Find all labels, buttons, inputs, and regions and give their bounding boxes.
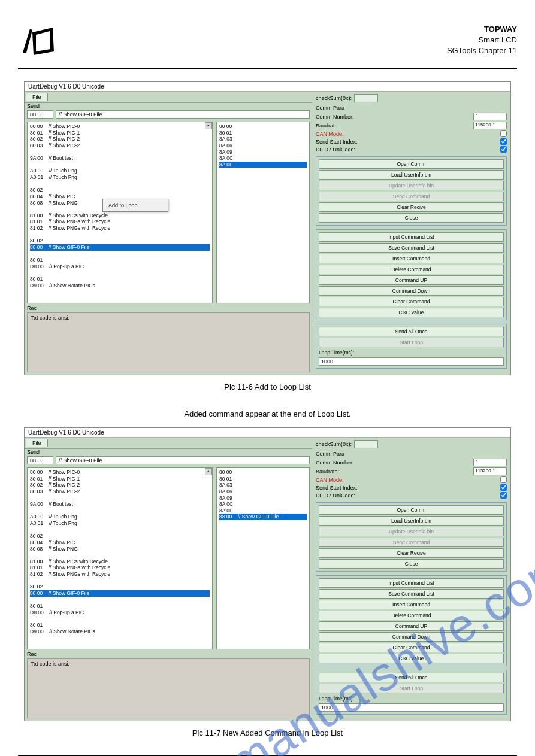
- action-button[interactable]: CRC Value: [319, 654, 504, 663]
- param-checkbox[interactable]: [500, 476, 507, 483]
- list-item[interactable]: 80 00 // Show PIC-0: [30, 123, 210, 130]
- list-item[interactable]: 80 01: [30, 603, 210, 609]
- checksum-input[interactable]: [354, 440, 378, 448]
- list-item[interactable]: [30, 269, 210, 276]
- list-item[interactable]: 80 04 // Show PIC: [30, 539, 210, 546]
- list-item[interactable]: [30, 162, 210, 168]
- action-button[interactable]: Close: [319, 559, 504, 569]
- param-checkbox[interactable]: [500, 146, 507, 153]
- send-all-button[interactable]: Send All Once: [319, 673, 504, 682]
- action-button[interactable]: Insert Command: [319, 254, 504, 263]
- action-button[interactable]: Load UserInfo.bin: [319, 170, 504, 180]
- list-item[interactable]: 9A 00 // Boot test: [30, 155, 210, 162]
- list-item[interactable]: 8A 0C: [219, 501, 307, 508]
- action-button[interactable]: Clear Recive: [319, 548, 504, 558]
- list-item[interactable]: 80 01: [30, 276, 210, 283]
- loop-time-input[interactable]: [319, 703, 504, 712]
- list-item[interactable]: 80 00: [219, 123, 307, 130]
- scroll-up-icon[interactable]: ▴: [205, 122, 212, 129]
- list-item[interactable]: [30, 232, 210, 238]
- action-button[interactable]: Open Comm: [319, 505, 504, 515]
- action-button[interactable]: Save Command List: [319, 243, 504, 253]
- list-item[interactable]: 80 01: [219, 476, 307, 482]
- list-item[interactable]: 80 03 // Show PIC-2: [30, 142, 210, 149]
- list-item[interactable]: 88 00 // Show GIF-0 File: [30, 244, 210, 251]
- list-item[interactable]: 8A 09: [219, 495, 307, 502]
- list-item[interactable]: 80 00 // Show PIC-0: [30, 469, 210, 476]
- list-item[interactable]: D9 00 // Show Rotate PICs: [30, 283, 210, 289]
- list-item[interactable]: 8A 0F: [219, 508, 307, 514]
- list-item[interactable]: 80 01: [30, 622, 210, 629]
- param-select[interactable]: ˅: [473, 113, 507, 120]
- list-item[interactable]: 88 00 // Show GIF-0 File: [219, 514, 307, 520]
- param-checkbox[interactable]: [500, 130, 507, 137]
- list-item[interactable]: 80 02: [30, 238, 210, 244]
- checksum-input[interactable]: [354, 94, 378, 102]
- action-button[interactable]: Clear Recive: [319, 202, 504, 212]
- list-item[interactable]: 81 02 // Show PNGs with Recycle: [30, 225, 210, 232]
- list-item[interactable]: 8A 06: [219, 488, 307, 495]
- param-checkbox[interactable]: [500, 138, 507, 145]
- list-item[interactable]: A0 00 // Touch Png: [30, 168, 210, 174]
- list-item[interactable]: D9 00 // Show Rotate PICs: [30, 629, 210, 635]
- list-item[interactable]: 80 02: [30, 187, 210, 193]
- list-item[interactable]: 80 01 // Show PIC-1: [30, 130, 210, 136]
- file-menu[interactable]: File: [26, 93, 48, 101]
- command-list[interactable]: ▴ 80 00 // Show PIC-080 01 // Show PIC-1…: [27, 467, 213, 649]
- list-item[interactable]: 8A 06: [219, 142, 307, 149]
- action-button[interactable]: Command Down: [319, 632, 504, 642]
- list-item[interactable]: 80 02: [30, 584, 210, 590]
- list-item[interactable]: 8A 03: [219, 482, 307, 488]
- action-button[interactable]: Close: [319, 213, 504, 223]
- list-item[interactable]: 81 01 // Show PNGs with Recycle: [30, 564, 210, 571]
- list-item[interactable]: 80 02: [30, 533, 210, 539]
- action-button[interactable]: Command UP: [319, 621, 504, 631]
- list-item[interactable]: A0 00 // Touch Png: [30, 514, 210, 520]
- list-item[interactable]: 81 01 // Show PNGs with Recycle: [30, 218, 210, 225]
- list-item[interactable]: 80 02 // Show PIC-2: [30, 136, 210, 142]
- list-item[interactable]: D8 00 // Pop-up a PIC: [30, 609, 210, 616]
- action-button[interactable]: Open Comm: [319, 159, 504, 169]
- list-item[interactable]: 81 00 // Show PICs with Recycle: [30, 212, 210, 219]
- send-code-input[interactable]: 88 00: [27, 110, 53, 119]
- list-item[interactable]: [30, 597, 210, 603]
- action-button[interactable]: Command Down: [319, 286, 504, 296]
- list-item[interactable]: [30, 578, 210, 584]
- param-select[interactable]: ˅: [473, 459, 507, 466]
- param-checkbox[interactable]: [500, 484, 507, 491]
- list-item[interactable]: D8 00 // Pop-up a PIC: [30, 263, 210, 270]
- param-checkbox[interactable]: [500, 492, 507, 499]
- list-item[interactable]: 8A 0F: [219, 162, 307, 168]
- list-item[interactable]: 81 00 // Show PICs with Recycle: [30, 558, 210, 565]
- list-item[interactable]: [30, 527, 210, 533]
- action-button[interactable]: Save Command List: [319, 589, 504, 599]
- file-menu[interactable]: File: [26, 439, 48, 447]
- param-select[interactable]: 115200 ˅: [473, 467, 507, 475]
- list-item[interactable]: 8A 03: [219, 136, 307, 142]
- param-select[interactable]: 115200 ˅: [473, 122, 507, 129]
- list-item[interactable]: 80 02 // Show PIC-2: [30, 482, 210, 488]
- command-list[interactable]: ▴ 80 00 // Show PIC-080 01 // Show PIC-1…: [27, 122, 213, 303]
- list-item[interactable]: 88 00 // Show GIF-0 File: [30, 590, 210, 597]
- action-button[interactable]: CRC Value: [319, 308, 504, 317]
- list-item[interactable]: 80 00: [219, 469, 307, 476]
- list-item[interactable]: 8A 09: [219, 149, 307, 156]
- list-item[interactable]: 80 01: [219, 130, 307, 136]
- loop-list[interactable]: 80 0080 018A 038A 068A 098A 0C8A 0F: [216, 122, 310, 303]
- send-desc-input[interactable]: // Show GIF-0 File: [56, 110, 310, 119]
- list-item[interactable]: [30, 251, 210, 257]
- add-to-loop-menuitem[interactable]: Add to Loop: [104, 201, 167, 210]
- list-item[interactable]: [30, 149, 210, 156]
- list-item[interactable]: 80 08 // Show PNG: [30, 546, 210, 552]
- list-item[interactable]: 9A 00 // Boot test: [30, 501, 210, 508]
- action-button[interactable]: Delete Command: [319, 265, 504, 274]
- action-button[interactable]: Insert Command: [319, 600, 504, 609]
- list-item[interactable]: A0 01 // Touch Png: [30, 520, 210, 527]
- list-item[interactable]: 80 01: [30, 257, 210, 263]
- list-item[interactable]: 80 03 // Show PIC-2: [30, 488, 210, 495]
- action-button[interactable]: Clear Command: [319, 297, 504, 306]
- list-item[interactable]: [30, 615, 210, 622]
- list-item[interactable]: [30, 181, 210, 187]
- list-item[interactable]: [30, 495, 210, 502]
- list-item[interactable]: 8A 0C: [219, 155, 307, 162]
